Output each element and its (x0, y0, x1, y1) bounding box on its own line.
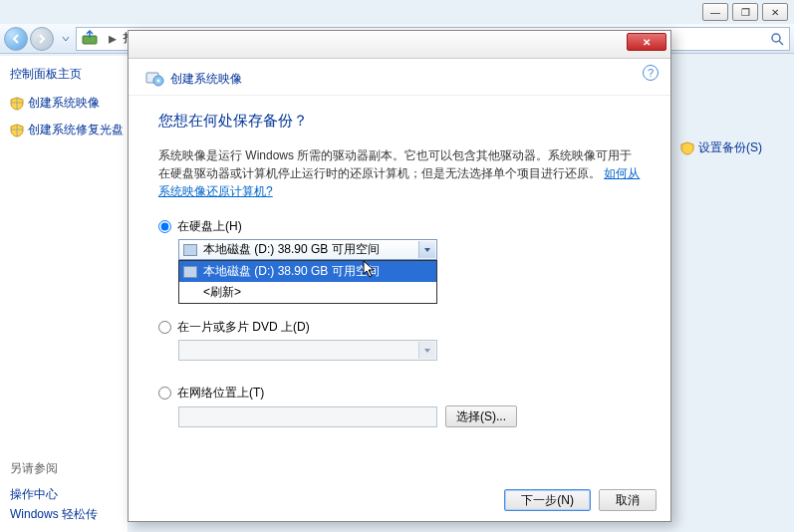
minimize-icon: — (710, 7, 720, 18)
setup-backup-label: 设置备份(S) (698, 139, 762, 156)
combobox-list: 本地磁盘 (D:) 38.90 GB 可用空间 <刷新> (178, 260, 437, 304)
shield-icon (10, 97, 24, 111)
help-button[interactable]: ? (643, 65, 659, 81)
arrow-left-icon (10, 33, 22, 45)
help-icon: ? (648, 67, 654, 79)
dialog-description: 系统映像是运行 Windows 所需的驱动器副本。它也可以包含其他驱动器。系统映… (158, 146, 641, 200)
recent-places-dropdown[interactable] (62, 35, 70, 43)
radio-network[interactable] (158, 387, 171, 399)
chevron-down-icon (423, 247, 431, 253)
breadcrumb-separator: ▸ (103, 29, 123, 48)
option-harddisk-label: 在硬盘上(H) (177, 218, 242, 235)
left-sidebar: 控制面板主页 创建系统映像 创建系统修复光盘 另请参阅 操作中心 Windows… (0, 56, 128, 532)
create-system-image-dialog: ✕ 创建系统映像 ? 您想在何处保存备份？ 系统映像是运行 Windows 所需… (128, 30, 671, 522)
combobox-item-text: <刷新> (203, 284, 241, 301)
description-text: 系统映像是运行 Windows 所需的驱动器副本。它也可以包含其他驱动器。系统映… (158, 148, 632, 180)
disk-icon (183, 266, 197, 278)
option-dvd-label: 在一片或多片 DVD 上(D) (177, 319, 310, 336)
shield-icon (680, 141, 694, 155)
sidebar-item-create-repair-disc[interactable]: 创建系统修复光盘 (10, 122, 128, 138)
svg-line-2 (779, 41, 783, 45)
radio-dvd[interactable] (158, 321, 171, 334)
maximize-button[interactable]: ❐ (732, 3, 758, 21)
right-panel: 设置备份(S) (680, 56, 790, 156)
close-icon: ✕ (643, 37, 651, 48)
dialog-close-button[interactable]: ✕ (627, 33, 666, 51)
system-image-icon (144, 69, 164, 89)
cancel-button[interactable]: 取消 (599, 489, 657, 511)
shield-icon (10, 124, 24, 137)
option-network-label: 在网络位置上(T) (177, 385, 264, 401)
svg-point-5 (157, 80, 160, 83)
sidebar-item-label: 创建系统修复光盘 (28, 122, 124, 138)
sidebar-link-action-center[interactable]: 操作中心 (10, 484, 98, 504)
combobox-dropdown-button[interactable] (418, 342, 435, 359)
sidebar-see-also: 另请参阅 (10, 458, 98, 478)
radio-harddisk[interactable] (158, 220, 171, 233)
dvd-combobox[interactable] (178, 340, 437, 361)
close-icon: ✕ (771, 7, 779, 18)
svg-point-1 (772, 34, 780, 42)
combobox-item-text: 本地磁盘 (D:) 38.90 GB 可用空间 (203, 263, 380, 280)
sidebar-item-label: 创建系统映像 (28, 95, 100, 112)
browse-button[interactable]: 选择(S)... (445, 405, 517, 427)
search-icon (770, 32, 784, 46)
forward-button[interactable] (30, 27, 54, 51)
dialog-title: 创建系统映像 (170, 71, 242, 88)
minimize-button[interactable]: — (702, 3, 728, 21)
option-dvd[interactable]: 在一片或多片 DVD 上(D) (158, 319, 641, 336)
back-button[interactable] (4, 27, 28, 51)
sidebar-item-create-image[interactable]: 创建系统映像 (10, 95, 128, 112)
chevron-down-icon (62, 35, 70, 43)
next-button[interactable]: 下一步(N) (504, 489, 591, 511)
chevron-down-icon (423, 348, 431, 354)
search-button[interactable] (766, 26, 788, 52)
combobox-selected-text: 本地磁盘 (D:) 38.90 GB 可用空间 (203, 241, 380, 258)
disk-icon (183, 244, 197, 256)
arrow-right-icon (36, 33, 48, 45)
sidebar-link-easy-transfer[interactable]: Windows 轻松传 (10, 504, 98, 524)
disk-combobox[interactable]: 本地磁盘 (D:) 38.90 GB 可用空间 本地磁盘 (D:) 38.90 … (178, 239, 437, 260)
maximize-icon: ❐ (741, 7, 750, 18)
sidebar-header[interactable]: 控制面板主页 (10, 66, 128, 83)
combobox-dropdown-button[interactable] (418, 241, 435, 258)
combobox-item[interactable]: 本地磁盘 (D:) 38.90 GB 可用空间 (179, 261, 436, 282)
combobox-item-refresh[interactable]: <刷新> (179, 282, 436, 303)
network-path-input[interactable] (178, 406, 437, 427)
dialog-titlebar: ✕ (129, 31, 670, 59)
option-network[interactable]: 在网络位置上(T) (158, 385, 641, 401)
setup-backup-link[interactable]: 设置备份(S) (680, 139, 790, 156)
dialog-question: 您想在何处保存备份？ (158, 112, 641, 131)
combobox-selected[interactable]: 本地磁盘 (D:) 38.90 GB 可用空间 (178, 239, 437, 260)
backup-icon (81, 30, 99, 48)
option-harddisk[interactable]: 在硬盘上(H) (158, 218, 641, 235)
close-window-button[interactable]: ✕ (762, 3, 788, 21)
